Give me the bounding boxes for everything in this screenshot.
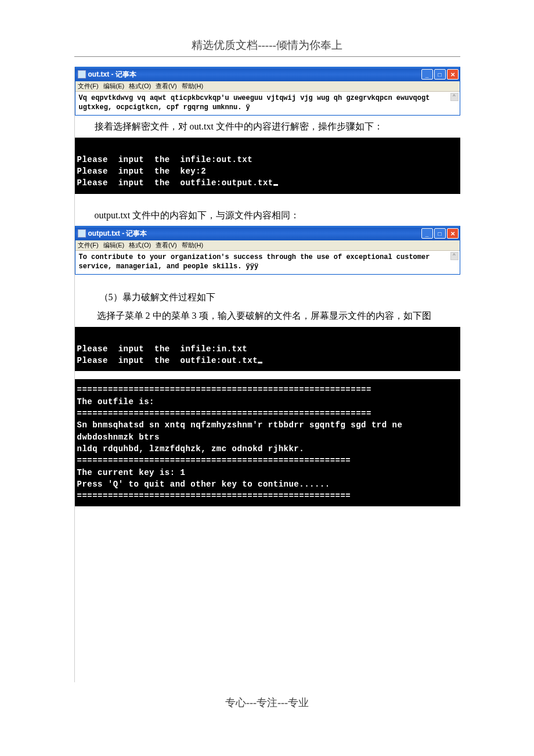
menu-view[interactable]: 查看(V) — [156, 241, 177, 250]
console-output-crack-result: ========================================… — [75, 379, 460, 506]
maximize-button[interactable]: □ — [434, 228, 446, 239]
notepad-body[interactable]: Vq eqpvtkdwvg vq aqwt qticpkbcvkqp'u uwe… — [75, 92, 460, 115]
paragraph: （5）暴力破解文件过程如下 — [75, 286, 460, 308]
paragraph: output.txt 文件中的内容如下，与源文件内容相同： — [75, 204, 460, 226]
maximize-button[interactable]: □ — [434, 69, 446, 80]
paragraph: 接着选择解密文件，对 out.txt 文件中的内容进行解密，操作步骤如下： — [75, 116, 460, 138]
notepad-icon — [78, 229, 86, 237]
scroll-up-icon[interactable]: ^ — [450, 93, 459, 101]
page-header: 精选优质文档-----倾情为你奉上 — [0, 0, 534, 56]
console-text: Please input the infile:in.txt Please in… — [77, 344, 258, 365]
window-title: output.txt - 记事本 — [88, 229, 421, 239]
minimize-button[interactable]: _ — [421, 228, 433, 239]
titlebar[interactable]: output.txt - 记事本 _ □ ✕ — [75, 226, 460, 240]
header-rule — [74, 56, 460, 57]
notepad-window-out: out.txt - 记事本 _ □ ✕ 文件(F) 编辑(E) 格式(O) 查看… — [75, 67, 460, 116]
paragraph: 选择子菜单 2 中的菜单 3 项，输入要破解的文件名，屏幕显示文件的内容，如下图 — [75, 308, 460, 327]
menu-edit[interactable]: 编辑(E) — [103, 241, 125, 250]
console-text: Please input the infile:out.txt Please i… — [77, 155, 273, 188]
menu-file[interactable]: 文件(F) — [78, 82, 99, 91]
window-controls: _ □ ✕ — [421, 69, 459, 80]
cursor-icon — [258, 362, 262, 363]
page-footer: 专心---专注---专业 — [0, 696, 534, 710]
menu-view[interactable]: 查看(V) — [156, 82, 177, 91]
notepad-icon — [78, 70, 86, 78]
console-output-decrypt: Please input the infile:out.txt Please i… — [75, 138, 460, 194]
menu-help[interactable]: 帮助(H) — [182, 241, 203, 250]
notepad-body[interactable]: To contribute to your organization's suc… — [75, 251, 460, 274]
content-area: out.txt - 记事本 _ □ ✕ 文件(F) 编辑(E) 格式(O) 查看… — [74, 67, 460, 682]
console-output-crack-input: Please input the infile:in.txt Please in… — [75, 327, 460, 372]
titlebar[interactable]: out.txt - 记事本 _ □ ✕ — [75, 67, 460, 81]
close-button[interactable]: ✕ — [447, 69, 459, 80]
window-controls: _ □ ✕ — [421, 228, 459, 239]
menubar: 文件(F) 编辑(E) 格式(O) 查看(V) 帮助(H) — [75, 240, 460, 251]
window-title: out.txt - 记事本 — [88, 70, 421, 80]
menu-format[interactable]: 格式(O) — [129, 241, 151, 250]
close-button[interactable]: ✕ — [447, 228, 459, 239]
menubar: 文件(F) 编辑(E) 格式(O) 查看(V) 帮助(H) — [75, 81, 460, 92]
menu-format[interactable]: 格式(O) — [129, 82, 151, 91]
cursor-icon — [273, 184, 278, 186]
menu-edit[interactable]: 编辑(E) — [103, 82, 125, 91]
minimize-button[interactable]: _ — [421, 69, 433, 80]
scroll-up-icon[interactable]: ^ — [450, 252, 459, 260]
menu-help[interactable]: 帮助(H) — [182, 82, 203, 91]
notepad-window-output: output.txt - 记事本 _ □ ✕ 文件(F) 编辑(E) 格式(O)… — [75, 226, 460, 275]
menu-file[interactable]: 文件(F) — [78, 241, 99, 250]
